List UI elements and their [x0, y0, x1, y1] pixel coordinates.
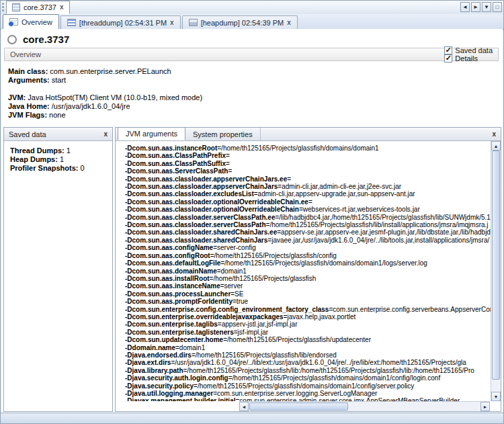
info-row: JVM:Java HotSpot(TM) Client VM (10.0-b19…	[8, 93, 202, 102]
horizontal-scrollbar-thumb[interactable]	[249, 402, 348, 411]
tab-list-dropdown-button[interactable]: ▼	[482, 2, 491, 12]
page-title: core.3737	[23, 34, 69, 45]
jvm-argument-row: -Dcom.sun.aas.ClassPathSuffix=	[125, 160, 491, 167]
jvm-argument-name: -Dcom.sun.aas.ServerClassPath	[125, 167, 228, 175]
jvm-argument-row: -Djava.security.auth.login.config=/home/…	[125, 374, 491, 382]
scroll-tabs-right-button[interactable]: ►	[471, 2, 480, 12]
vertical-scrollbar-thumb[interactable]	[492, 151, 500, 380]
jvm-argument-value: =/home/th125165/Projects/glassfish/domai…	[220, 259, 427, 267]
jvm-argument-row: -Dcom.sun.aas.classloader.sharedChainJar…	[125, 228, 491, 236]
jvm-argument-row: -Dcom.sun.aas.classloader.sharedChainJar…	[125, 237, 491, 244]
overview-checkboxes: ✓ Saved data ✓ Details	[431, 46, 493, 62]
info-value: com.sun.enterprise.server.PELaunch	[50, 67, 171, 75]
jvm-argument-name: -Djava.util.logging.manager	[125, 390, 213, 397]
main-class-fields: Main class:com.sun.enterprise.server.PEL…	[8, 67, 202, 85]
jvm-argument-name: -Dcom.sun.aas.ClassPathSuffix	[125, 160, 226, 167]
vertical-scrollbar[interactable]: ▲ ▼	[491, 141, 501, 401]
info-row: Arguments:start	[8, 76, 202, 85]
overview-section-header: Overview ✓ Saved data ✓ Details	[4, 48, 499, 61]
info-label: Main class:	[8, 67, 48, 75]
jvm-arguments-list: -Dcom.sun.aas.instanceRoot=/home/th12516…	[116, 141, 491, 401]
maximize-button[interactable]: □	[493, 2, 502, 12]
jvm-argument-name: -Djavax.management.builder.initial	[125, 397, 236, 401]
jvm-argument-value: =	[287, 175, 291, 183]
saved-data-value: 1	[67, 146, 71, 155]
overview-section-title: Overview	[10, 50, 41, 58]
jvm-argument-value: =server	[220, 282, 243, 290]
jvm-argument-name: -Dcom.sun.aas.classloader.serverClassPat…	[125, 214, 275, 221]
jvm-argument-row: -Dcom.sun.updatecenter.home=/home/th1251…	[125, 336, 491, 343]
details-tab[interactable]: JVM arguments	[118, 127, 185, 140]
jvm-argument-row: -Ddomain.name=domain1	[125, 344, 491, 351]
jvm-argument-name: -Dcom.sun.updatecenter.home	[125, 336, 223, 343]
saved-data-list: Thread Dumps:1 Heap Dumps:1 Profiler Sna…	[4, 141, 112, 178]
close-icon[interactable]: x	[287, 19, 291, 26]
view-tab-icon	[9, 18, 18, 26]
checkbox-label: Details	[455, 54, 478, 62]
info-value: /usr/java/jdk1.6.0_04/jre	[52, 102, 130, 110]
jvm-argument-value: =	[308, 198, 312, 206]
jvm-argument-value: =javax.help,javax.portlet	[284, 313, 356, 321]
document-tab-label: core.3737	[24, 3, 56, 11]
jvm-argument-row: -Dcom.sun.aas.ServerClassPath=	[125, 167, 491, 175]
jvm-argument-row: -Djava.util.logging.manager=com.sun.ente…	[125, 390, 491, 397]
checkbox-option[interactable]: ✓ Details	[444, 54, 493, 62]
jvm-argument-value: =SE	[230, 290, 243, 298]
saved-data-panel-header: Saved data x	[4, 128, 112, 141]
info-label: Arguments:	[8, 76, 50, 84]
scroll-up-icon[interactable]: ▲	[491, 141, 501, 151]
view-tab[interactable]: [heapdump] 02:54:39 PM x	[182, 15, 298, 29]
view-tab[interactable]: [threaddump] 02:54:31 PM x	[60, 15, 181, 29]
jvm-argument-row: -Djava.security.policy=/home/th125165/Pr…	[125, 382, 491, 390]
details-tab[interactable]: System properties	[185, 128, 261, 140]
jvm-argument-row: -Dcom.sun.enterprise.config.config_envir…	[125, 306, 491, 313]
jvm-argument-name: -Dcom.sun.aas.classloader.appserverChain…	[125, 183, 278, 190]
view-tab-icon	[189, 19, 198, 26]
close-icon[interactable]: x	[103, 130, 108, 138]
jvm-argument-name: -Dcom.sun.aas.instanceName	[125, 282, 220, 290]
jvm-argument-name: -Dcom.sun.aas.domainName	[125, 267, 217, 275]
saved-data-row: Profiler Snapshots:0	[10, 164, 106, 173]
jvm-argument-value: =/lib/hadbjdbc4.jar,/home/th125165/Proje…	[275, 214, 491, 221]
checkbox[interactable]: ✓	[444, 54, 452, 62]
jvm-argument-value: =admin-cli.jar,admin-cli-ee.jar,j2ee-svc…	[278, 183, 401, 190]
title-row: core.3737	[7, 34, 69, 45]
jvm-argument-row: -Dcom.sun.aas.classloader.excludesList=a…	[125, 190, 491, 198]
saved-data-value: 0	[80, 164, 84, 172]
jvm-argument-name: -Dcom.sun.aas.installRoot	[125, 275, 210, 282]
jvm-argument-value: =domain1	[175, 344, 205, 351]
core-dump-icon	[12, 3, 20, 11]
view-tab-icon	[67, 19, 76, 26]
jvm-argument-name: -Dcom.sun.enterprise.taglibs	[125, 321, 218, 328]
scroll-down-icon[interactable]: ▼	[491, 392, 501, 401]
close-icon[interactable]: x	[60, 4, 64, 11]
jvm-argument-row: -Dcom.sun.aas.promptForIdentity=true	[125, 298, 491, 305]
tabbar-drag-handle[interactable]	[2, 3, 4, 11]
jvm-argument-row: -Dcom.sun.aas.classloader.appserverChain…	[125, 183, 491, 190]
jvm-argument-name: -Dcom.sun.aas.classloader.excludesList	[125, 190, 254, 198]
jvm-argument-name: -Dcom.sun.aas.classloader.optionalOverri…	[125, 206, 299, 213]
jvm-argument-value: =	[228, 167, 232, 175]
overview-info: Main class:com.sun.enterprise.server.PEL…	[8, 67, 202, 120]
jvm-argument-value: =server-config	[213, 244, 256, 251]
details-panel: JVM arguments System properties x -Dcom.…	[115, 127, 501, 412]
horizontal-scrollbar[interactable]: ◄ ►	[239, 401, 490, 411]
info-value: Java HotSpot(TM) Client VM (10.0-b19, mi…	[28, 93, 202, 101]
close-icon[interactable]: x	[170, 19, 174, 26]
scroll-right-icon[interactable]: ►	[480, 402, 490, 411]
overview-document: core.3737 Overview ✓ Saved data ✓ Detail…	[1, 29, 503, 413]
saved-data-label: Heap Dumps:	[10, 155, 58, 163]
view-tab[interactable]: Overview	[3, 14, 59, 29]
close-icon[interactable]: x	[492, 130, 496, 138]
info-value: start	[52, 76, 66, 84]
jvm-argument-row: -Dcom.sun.aas.defaultLogFile=/home/th125…	[125, 259, 491, 267]
document-tab-core3737[interactable]: core.3737 x	[6, 1, 70, 14]
scroll-left-icon[interactable]: ◄	[239, 402, 249, 411]
jvm-argument-value: =admin-cli.jar,appserv-upgrade.jar,sun-a…	[254, 190, 415, 198]
jvm-argument-name: -Djava.library.path	[125, 367, 183, 374]
scroll-tabs-left-button[interactable]: ◄	[460, 2, 470, 12]
checkbox-option[interactable]: ✓ Saved data	[444, 46, 493, 54]
jvm-fields: JVM:Java HotSpot(TM) Client VM (10.0-b19…	[8, 93, 202, 120]
view-tab-label: [threaddump] 02:54:31 PM	[79, 19, 167, 27]
view-tab-label: [heapdump] 02:54:39 PM	[201, 19, 284, 27]
